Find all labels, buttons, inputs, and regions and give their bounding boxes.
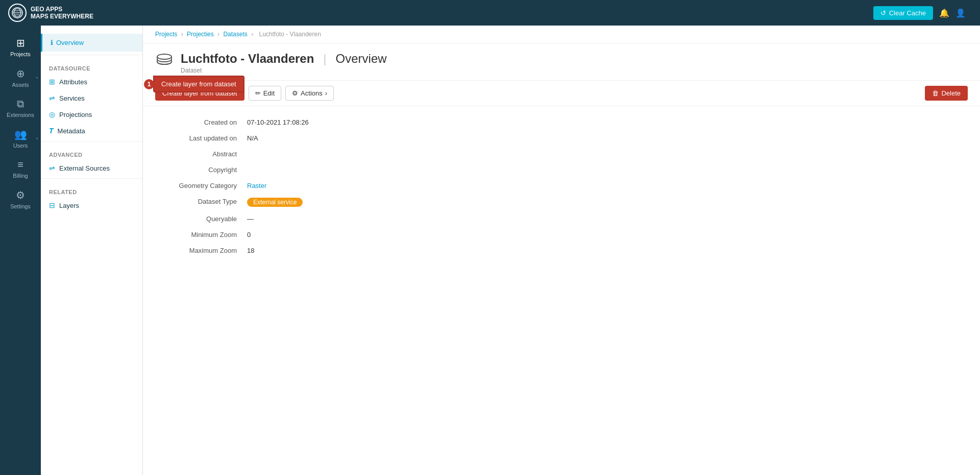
related-section-label: Related [41, 185, 142, 197]
field-value-min-zoom: 0 [247, 231, 968, 239]
logo-icon [8, 4, 27, 22]
field-label-abstract: Abstract [155, 150, 247, 158]
sidebar-item-projections[interactable]: ◎ Projections [41, 106, 142, 123]
notification-icon[interactable]: 🔔 [939, 8, 949, 18]
field-value-max-zoom: 18 [247, 247, 968, 254]
sidebar-item-users[interactable]: 👥 Users › [0, 123, 41, 154]
breadcrumb-datasets[interactable]: Datasets [223, 31, 247, 38]
sidebar-item-projects[interactable]: ⊞ Projects [0, 32, 41, 62]
page-subtitle: Overview [336, 52, 387, 66]
field-label-created-on: Created on [155, 118, 247, 126]
breadcrumb: Projects › Projecties › Datasets › Lucht… [143, 26, 980, 43]
breadcrumb-current: Luchtfoto - Vlaanderen [259, 31, 321, 38]
main-content: Projects › Projecties › Datasets › Lucht… [143, 26, 980, 475]
users-icon: 👥 [14, 128, 27, 140]
sidebar-item-billing[interactable]: ≡ Billing [0, 154, 41, 184]
assets-expand-arrow: › [36, 75, 38, 80]
settings-icon: ⚙ [16, 189, 25, 201]
secondary-sidebar: ℹ Overview Datasource ⊞ Attributes ⇌ Ser… [41, 26, 143, 475]
field-value-geometry-category: Raster [247, 182, 968, 189]
field-queryable: Queryable — [155, 215, 968, 223]
logo: GEO APPS MAPS EVERYWHERE [8, 4, 93, 22]
actions-button[interactable]: ⚙ Actions › [285, 86, 334, 101]
create-layer-tooltip: 1 Create layer from dataset [144, 76, 244, 92]
field-label-min-zoom: Minimum Zoom [155, 231, 247, 239]
sidebar-item-settings[interactable]: ⚙ Settings [0, 184, 41, 215]
field-label-copyright: Copyright [155, 166, 247, 174]
breadcrumb-projects[interactable]: Projects [155, 31, 177, 38]
edit-button[interactable]: ✏ Edit [249, 86, 281, 101]
overview-icon: ℹ [51, 39, 53, 46]
sidebar-item-external-sources[interactable]: ⇌ External Sources [41, 160, 142, 176]
field-label-max-zoom: Maximum Zoom [155, 247, 247, 254]
billing-icon: ≡ [17, 159, 23, 171]
services-icon: ⇌ [49, 94, 55, 102]
attributes-icon: ⊞ [49, 78, 55, 86]
tooltip-text: Create layer from dataset [153, 76, 244, 92]
clear-cache-label: Clear Cache [889, 9, 926, 17]
edit-label: Edit [263, 89, 275, 97]
svg-point-1 [157, 54, 172, 59]
field-label-queryable: Queryable [155, 215, 247, 223]
field-value-queryable: — [247, 215, 968, 223]
tab-nav: ℹ Overview [41, 34, 142, 52]
external-sources-icon: ⇌ [49, 164, 55, 172]
sidebar-item-layers[interactable]: ⊟ Layers [41, 197, 142, 213]
sidebar: ⊞ Projects ⊕ Assets › ⧉ Extensions 👥 Use… [0, 26, 41, 475]
field-copyright: Copyright [155, 166, 968, 174]
field-label-dataset-type: Dataset Type [155, 198, 247, 207]
topbar: GEO APPS MAPS EVERYWHERE ↺ Clear Cache 🔔… [0, 0, 980, 26]
logo-text: GEO APPS MAPS EVERYWHERE [31, 6, 93, 20]
sidebar-item-attributes[interactable]: ⊞ Attributes [41, 74, 142, 90]
field-value-abstract [247, 150, 968, 158]
field-value-copyright [247, 166, 968, 174]
field-last-updated: Last updated on N/A [155, 134, 968, 142]
sidebar-item-label-extensions: Extensions [7, 112, 34, 118]
overview-content: Created on 07-10-2021 17:08:26 Last upda… [143, 106, 980, 275]
step-indicator: 1 [144, 79, 154, 89]
metadata-label: Metadata [58, 127, 85, 135]
tab-overview-label: Overview [56, 39, 84, 46]
topbar-right: ↺ Clear Cache 🔔 👤 [873, 6, 972, 20]
layers-icon: ⊟ [49, 201, 55, 209]
page-type-label: Dataset [181, 67, 387, 74]
user-icon[interactable]: 👤 [955, 8, 966, 18]
sidebar-item-assets[interactable]: ⊕ Assets › [0, 62, 41, 93]
breadcrumb-projecties[interactable]: Projecties [187, 31, 214, 38]
metadata-icon: T [49, 127, 54, 135]
clear-cache-icon: ↺ [880, 9, 886, 17]
breadcrumb-sep-3: › [251, 31, 255, 38]
field-abstract: Abstract [155, 150, 968, 158]
field-value-dataset-type: External service [247, 198, 968, 207]
sidebar-item-label-users: Users [13, 142, 28, 149]
advanced-section-label: Advanced [41, 148, 142, 160]
field-value-created-on: 07-10-2021 17:08:26 [247, 118, 968, 126]
external-service-badge: External service [247, 198, 303, 207]
field-value-last-updated: N/A [247, 134, 968, 142]
delete-button[interactable]: 🗑 Delete [925, 86, 968, 101]
tab-overview[interactable]: ℹ Overview [41, 34, 142, 52]
delete-label: Delete [941, 89, 961, 97]
datasource-section-label: Datasource [41, 61, 142, 74]
field-created-on: Created on 07-10-2021 17:08:26 [155, 118, 968, 126]
page-header: Luchtfoto - Vlaanderen | Overview Datase… [143, 43, 980, 81]
extensions-icon: ⧉ [17, 98, 24, 110]
sidebar-item-extensions[interactable]: ⧉ Extensions [0, 93, 41, 123]
field-dataset-type: Dataset Type External service [155, 198, 968, 207]
field-min-zoom: Minimum Zoom 0 [155, 231, 968, 239]
sidebar-item-services[interactable]: ⇌ Services [41, 90, 142, 106]
services-label: Services [59, 94, 85, 102]
projects-icon: ⊞ [16, 37, 25, 49]
sidebar-item-metadata[interactable]: T Metadata [41, 123, 142, 139]
field-max-zoom: Maximum Zoom 18 [155, 247, 968, 254]
projections-icon: ◎ [49, 110, 55, 118]
projections-label: Projections [59, 111, 92, 118]
page-title: Luchtfoto - Vlaanderen [181, 52, 314, 66]
field-label-last-updated: Last updated on [155, 134, 247, 142]
sidebar-item-label-billing: Billing [13, 173, 28, 179]
users-expand-arrow: › [36, 136, 38, 141]
actions-chevron-icon: › [325, 89, 327, 97]
attributes-label: Attributes [59, 78, 87, 86]
clear-cache-button[interactable]: ↺ Clear Cache [873, 6, 933, 20]
layers-label: Layers [59, 202, 79, 209]
